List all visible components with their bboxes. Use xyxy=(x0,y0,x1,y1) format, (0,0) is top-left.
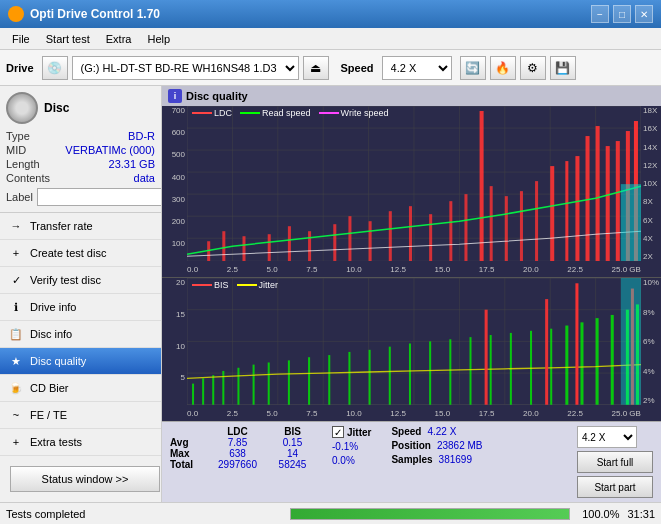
svg-rect-37 xyxy=(535,181,538,261)
drive-icon-btn[interactable]: 💿 xyxy=(42,56,68,80)
start-buttons-section: 4.2 X Start full Start part xyxy=(577,426,653,498)
cd-bier-icon: 🍺 xyxy=(8,380,24,396)
svg-rect-65 xyxy=(202,379,204,405)
samples-row-val: 381699 xyxy=(439,454,472,465)
svg-rect-42 xyxy=(596,126,600,261)
speed-row-label: Speed xyxy=(391,426,421,437)
svg-rect-23 xyxy=(288,226,291,261)
nav-create-test-disc[interactable]: + Create test disc xyxy=(0,240,161,267)
nav-transfer-rate[interactable]: → Transfer rate xyxy=(0,213,161,240)
verify-test-disc-icon: ✓ xyxy=(8,272,24,288)
titlebar: Opti Drive Control 1.70 − □ ✕ xyxy=(0,0,661,28)
speed-dropdown[interactable]: 4.2 X xyxy=(577,426,637,448)
nav-disc-info[interactable]: 📋 Disc info xyxy=(0,321,161,348)
legend-jitter: Jitter xyxy=(237,280,279,290)
nav-drive-info[interactable]: ℹ Drive info xyxy=(0,294,161,321)
svg-rect-69 xyxy=(253,365,255,405)
svg-rect-79 xyxy=(449,340,451,405)
status-time: 31:31 xyxy=(627,508,655,520)
max-label: Max xyxy=(170,448,210,459)
disc-panel: Disc Type BD-R MID VERBATIMc (000) Lengt… xyxy=(0,86,161,213)
menu-help[interactable]: Help xyxy=(139,31,178,47)
chart-top-y-right: 18X 16X 14X 12X 10X 8X 6X 4X 2X xyxy=(641,106,661,261)
position-row-val: 23862 MB xyxy=(437,440,483,451)
svg-rect-24 xyxy=(308,231,311,261)
svg-rect-31 xyxy=(449,201,452,261)
disc-quality-header: i Disc quality xyxy=(162,86,661,106)
stats-table: LDC BIS Avg 7.85 0.15 Max 638 xyxy=(170,426,320,470)
chart-bottom-y-right: 10% 8% 6% 4% 2% xyxy=(641,278,661,405)
minimize-button[interactable]: − xyxy=(591,5,609,23)
app-title: Opti Drive Control 1.70 xyxy=(30,7,591,21)
nav-fe-te[interactable]: ~ FE / TE xyxy=(0,402,161,429)
speed-position-section: Speed 4.22 X Position 23862 MB Samples 3… xyxy=(391,426,482,465)
settings-button[interactable]: ⚙ xyxy=(520,56,546,80)
window-controls: − □ ✕ xyxy=(591,5,653,23)
svg-rect-47 xyxy=(621,184,641,261)
total-bis-val: 58245 xyxy=(265,459,320,470)
disc-length-row: Length 23.31 GB xyxy=(6,158,155,170)
menu-extra[interactable]: Extra xyxy=(98,31,140,47)
start-part-button[interactable]: Start part xyxy=(577,476,653,498)
svg-rect-86 xyxy=(580,323,583,405)
write-speed-color-dot xyxy=(319,112,339,114)
nav-disc-info-label: Disc info xyxy=(30,328,72,340)
disc-label-input[interactable] xyxy=(37,188,162,206)
disc-icon xyxy=(6,92,38,124)
burn-button[interactable]: 🔥 xyxy=(490,56,516,80)
menu-file[interactable]: File xyxy=(4,31,38,47)
eject-button[interactable]: ⏏ xyxy=(303,56,329,80)
menubar: File Start test Extra Help xyxy=(0,28,661,50)
speed-select[interactable]: 4.2 X xyxy=(382,56,452,80)
drive-info-icon: ℹ xyxy=(8,299,24,315)
chart-bottom: BIS Jitter 20 15 10 5 10% xyxy=(162,278,661,421)
bis-color-dot xyxy=(192,284,212,286)
samples-row: Samples 381699 xyxy=(391,454,482,465)
nav-cd-bier[interactable]: 🍺 CD Bier xyxy=(0,375,161,402)
speed-select-row: 4.2 X xyxy=(577,426,653,448)
dq-header-icon: i xyxy=(168,89,182,103)
jitter-header-row: ✓ Jitter xyxy=(332,426,371,438)
avg-ldc-val: 7.85 xyxy=(210,437,265,448)
start-full-button[interactable]: Start full xyxy=(577,451,653,473)
nav-disc-quality[interactable]: ★ Disc quality xyxy=(0,348,161,375)
nav-extra-tests[interactable]: + Extra tests xyxy=(0,429,161,456)
jitter-section: ✓ Jitter -0.1% 0.0% xyxy=(332,426,371,466)
menu-start-test[interactable]: Start test xyxy=(38,31,98,47)
svg-rect-20 xyxy=(222,231,225,261)
legend-jitter-label: Jitter xyxy=(259,280,279,290)
svg-rect-84 xyxy=(550,329,552,405)
toolbar: Drive 💿 (G:) HL-DT-ST BD-RE WH16NS48 1.D… xyxy=(0,50,661,86)
svg-rect-80 xyxy=(469,337,471,405)
ldc-color-dot xyxy=(192,112,212,114)
refresh-button[interactable]: 🔄 xyxy=(460,56,486,80)
disc-info-icon: 📋 xyxy=(8,326,24,342)
dq-header-title: Disc quality xyxy=(186,90,248,102)
position-row: Position 23862 MB xyxy=(391,440,482,451)
maximize-button[interactable]: □ xyxy=(613,5,631,23)
chart-top-y-left: 700 600 500 400 300 200 100 xyxy=(162,106,187,261)
svg-rect-27 xyxy=(369,221,372,261)
status-text: Tests completed xyxy=(6,508,282,520)
svg-rect-93 xyxy=(575,284,578,405)
avg-bis-val: 0.15 xyxy=(265,437,320,448)
speed-row: Speed 4.22 X xyxy=(391,426,482,437)
jitter-checkbox[interactable]: ✓ xyxy=(332,426,344,438)
samples-row-label: Samples xyxy=(391,454,432,465)
drive-select[interactable]: (G:) HL-DT-ST BD-RE WH16NS48 1.D3 xyxy=(72,56,299,80)
chart-bottom-legend: BIS Jitter xyxy=(192,280,278,290)
total-label: Total xyxy=(170,459,210,470)
nav-verify-test-disc[interactable]: ✓ Verify test disc xyxy=(0,267,161,294)
disc-label-row: Label ✎ xyxy=(6,188,155,206)
svg-rect-33 xyxy=(480,111,484,261)
disc-length-key: Length xyxy=(6,158,40,170)
close-button[interactable]: ✕ xyxy=(635,5,653,23)
svg-rect-95 xyxy=(621,278,641,405)
total-ldc-val: 2997660 xyxy=(210,459,265,470)
svg-rect-81 xyxy=(490,335,492,405)
stats-avg-row: Avg 7.85 0.15 xyxy=(170,437,320,448)
save-button[interactable]: 💾 xyxy=(550,56,576,80)
status-window-button[interactable]: Status window >> xyxy=(10,466,160,492)
disc-contents-row: Contents data xyxy=(6,172,155,184)
legend-ldc: LDC xyxy=(192,108,232,118)
